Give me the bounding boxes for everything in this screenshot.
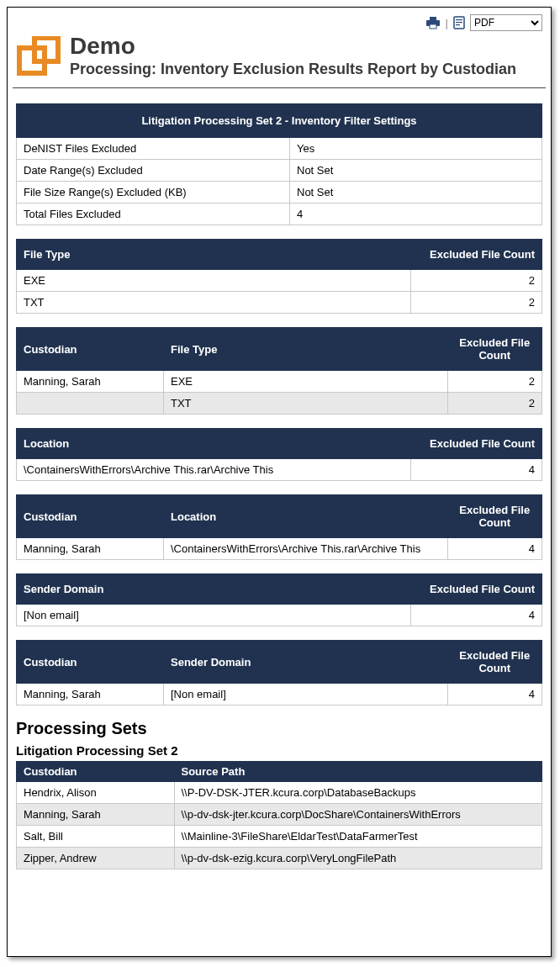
col-location: Location	[164, 495, 448, 538]
c1: Hendrix, Alison	[17, 782, 175, 804]
table-row: File Size Range(s) Excluded (KB) Not Set	[17, 182, 542, 203]
c1: \ContainersWithErrors\Archive This.rar\A…	[17, 459, 411, 481]
setting-value: 4	[290, 203, 542, 225]
printer-icon	[425, 16, 441, 29]
table-row: Total Files Excluded 4	[17, 203, 542, 225]
col-count: Excluded File Count	[410, 574, 542, 605]
col-location: Location	[17, 429, 411, 459]
settings-banner: Litigation Processing Set 2 - Inventory …	[17, 104, 542, 138]
svg-rect-5	[456, 22, 462, 23]
svg-rect-2	[430, 24, 436, 29]
col-count: Excluded File Count	[447, 328, 542, 371]
custodian-location-body: Manning, Sarah \ContainersWithErrors\Arc…	[17, 538, 542, 560]
settings-body: DeNIST Files Excluded Yes Date Range(s) …	[17, 138, 542, 225]
setting-label: DeNIST Files Excluded	[17, 138, 290, 160]
col-custodian: Custodian	[17, 328, 164, 371]
c2: TXT	[164, 393, 448, 415]
c1: Zipper, Andrew	[17, 848, 175, 869]
setting-label: Total Files Excluded	[17, 203, 290, 225]
setting-label: File Size Range(s) Excluded (KB)	[17, 182, 290, 203]
separator: |	[446, 17, 448, 29]
c1: Manning, Sarah	[17, 538, 164, 560]
c3: 2	[447, 371, 542, 393]
svg-rect-1	[430, 17, 436, 20]
processing-sets-subheading: Litigation Processing Set 2	[16, 743, 542, 758]
sender-domain-body: [Non email] 4	[17, 605, 542, 626]
settings-table: Litigation Processing Set 2 - Inventory …	[16, 103, 542, 225]
c2: 2	[410, 292, 542, 314]
processing-sets-heading: Processing Sets	[16, 719, 542, 738]
toolbar: | PDF	[13, 13, 546, 34]
processing-sets-body: Hendrix, Alison \\P-DV-DSK-JTER.kcura.co…	[17, 782, 542, 869]
location-table: Location Excluded File Count \Containers…	[16, 428, 542, 481]
print-button[interactable]	[425, 16, 441, 29]
col-custodian: Custodian	[17, 495, 164, 538]
table-row: \ContainersWithErrors\Archive This.rar\A…	[17, 459, 542, 481]
c1: Salt, Bill	[17, 826, 175, 848]
col-sender: Sender Domain	[164, 641, 448, 684]
table-row: TXT 2	[17, 292, 542, 314]
custodian-sender-body: Manning, Sarah [Non email] 4	[17, 684, 542, 705]
table-row: Manning, Sarah EXE 2	[17, 371, 542, 393]
col-sender: Sender Domain	[17, 574, 411, 605]
svg-rect-6	[456, 24, 460, 25]
c1: EXE	[17, 270, 411, 292]
c2: \\p-dv-dsk-ezig.kcura.corp\VeryLongFileP…	[174, 848, 542, 869]
sender-domain-table: Sender Domain Excluded File Count [Non e…	[16, 573, 542, 626]
c2: 4	[410, 605, 542, 626]
setting-value: Yes	[290, 138, 542, 160]
table-row: Salt, Bill \\Mainline-3\FileShare\EldarT…	[17, 826, 542, 848]
page-view-button[interactable]	[453, 16, 465, 29]
file-type-body: EXE 2 TXT 2	[17, 270, 542, 314]
table-row: Zipper, Andrew \\p-dv-dsk-ezig.kcura.cor…	[17, 848, 542, 869]
col-count: Excluded File Count	[447, 495, 542, 538]
col-source-path: Source Path	[174, 762, 542, 782]
table-row: EXE 2	[17, 270, 542, 292]
custodian-filetype-body: Manning, Sarah EXE 2 TXT 2	[17, 371, 542, 415]
content: Litigation Processing Set 2 - Inventory …	[13, 103, 546, 869]
custodian-location-table: Custodian Location Excluded File Count M…	[16, 494, 542, 560]
table-row: Manning, Sarah \\p-dv-dsk-jter.kcura.cor…	[17, 804, 542, 826]
col-file-type: File Type	[164, 328, 448, 371]
c2: 2	[410, 270, 542, 292]
location-body: \ContainersWithErrors\Archive This.rar\A…	[17, 459, 542, 481]
table-row: Hendrix, Alison \\P-DV-DSK-JTER.kcura.co…	[17, 782, 542, 804]
c1: TXT	[17, 292, 411, 314]
col-custodian: Custodian	[17, 762, 175, 782]
c1: Manning, Sarah	[17, 371, 164, 393]
title-sub: Processing: Inventory Exclusion Results …	[70, 60, 516, 79]
col-count: Excluded File Count	[410, 429, 542, 459]
custodian-sender-table: Custodian Sender Domain Excluded File Co…	[16, 640, 542, 705]
c2: \\Mainline-3\FileShare\EldarTest\DataFar…	[174, 826, 542, 848]
svg-rect-4	[456, 19, 462, 20]
table-row: TXT 2	[17, 393, 542, 415]
table-row: Manning, Sarah \ContainersWithErrors\Arc…	[17, 538, 542, 560]
c1: [Non email]	[17, 605, 411, 626]
setting-label: Date Range(s) Excluded	[17, 160, 290, 182]
table-row: Manning, Sarah [Non email] 4	[17, 684, 542, 705]
c3: 4	[447, 538, 542, 560]
col-count: Excluded File Count	[410, 240, 542, 270]
c1: Manning, Sarah	[17, 684, 164, 705]
c2: \\P-DV-DSK-JTER.kcura.corp\DatabaseBacku…	[174, 782, 542, 804]
c3: 4	[447, 684, 542, 705]
title-block: Demo Processing: Inventory Exclusion Res…	[70, 34, 516, 79]
c3: 2	[447, 393, 542, 415]
col-file-type: File Type	[17, 240, 411, 270]
col-custodian: Custodian	[17, 641, 164, 684]
report-container: | PDF Demo Processing: Inventory Exclusi…	[7, 7, 552, 957]
c2: [Non email]	[164, 684, 448, 705]
col-count: Excluded File Count	[447, 641, 542, 684]
table-row: Date Range(s) Excluded Not Set	[17, 160, 542, 182]
export-format-select[interactable]: PDF	[470, 14, 542, 31]
logo-icon	[16, 36, 63, 80]
table-row: DeNIST Files Excluded Yes	[17, 138, 542, 160]
setting-value: Not Set	[290, 160, 542, 182]
c2: \ContainersWithErrors\Archive This.rar\A…	[164, 538, 448, 560]
custodian-filetype-table: Custodian File Type Excluded File Count …	[16, 327, 542, 415]
file-type-table: File Type Excluded File Count EXE 2 TXT …	[16, 239, 542, 314]
report-header: Demo Processing: Inventory Exclusion Res…	[13, 34, 546, 88]
c2: EXE	[164, 371, 448, 393]
page-icon	[453, 16, 465, 29]
table-row: [Non email] 4	[17, 605, 542, 626]
